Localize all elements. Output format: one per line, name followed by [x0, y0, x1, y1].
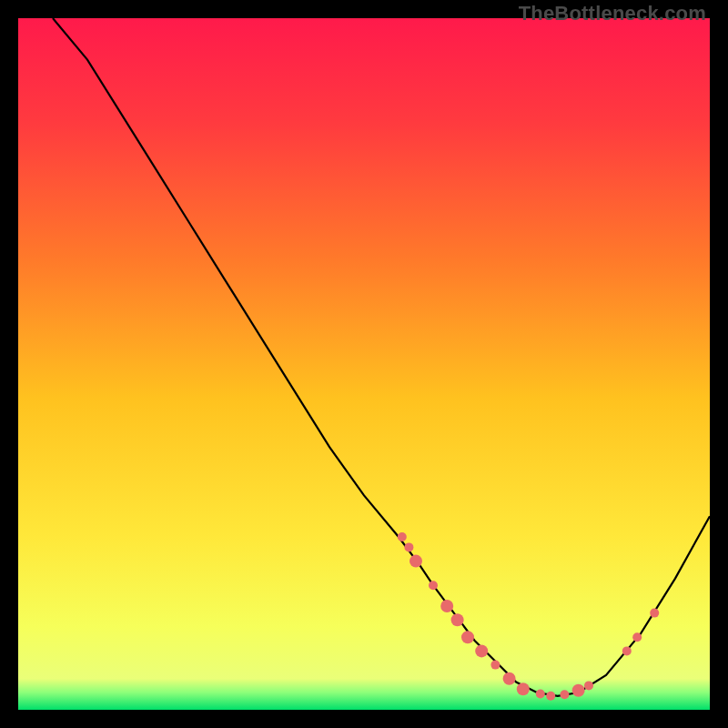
gpu-marker: [517, 682, 530, 695]
gpu-marker: [404, 542, 413, 551]
watermark-text: TheBottleneck.com: [519, 2, 706, 25]
gpu-marker: [475, 644, 488, 657]
chart-svg: [18, 18, 710, 710]
gpu-marker: [451, 613, 464, 626]
gpu-marker: [461, 631, 474, 643]
gpu-marker: [572, 684, 585, 697]
gradient-background: [18, 18, 710, 710]
gpu-marker: [584, 681, 593, 690]
gpu-marker: [398, 532, 407, 541]
gpu-marker: [560, 690, 569, 699]
chart-frame: [18, 18, 710, 710]
gpu-marker: [410, 555, 422, 568]
gpu-marker: [440, 600, 453, 612]
gpu-marker: [536, 690, 545, 699]
gpu-marker: [490, 661, 500, 670]
gpu-marker: [546, 692, 555, 701]
gpu-marker: [632, 632, 642, 642]
gpu-marker: [503, 672, 516, 685]
gpu-marker: [429, 581, 438, 590]
gpu-marker: [650, 609, 659, 618]
gpu-marker: [622, 646, 632, 655]
